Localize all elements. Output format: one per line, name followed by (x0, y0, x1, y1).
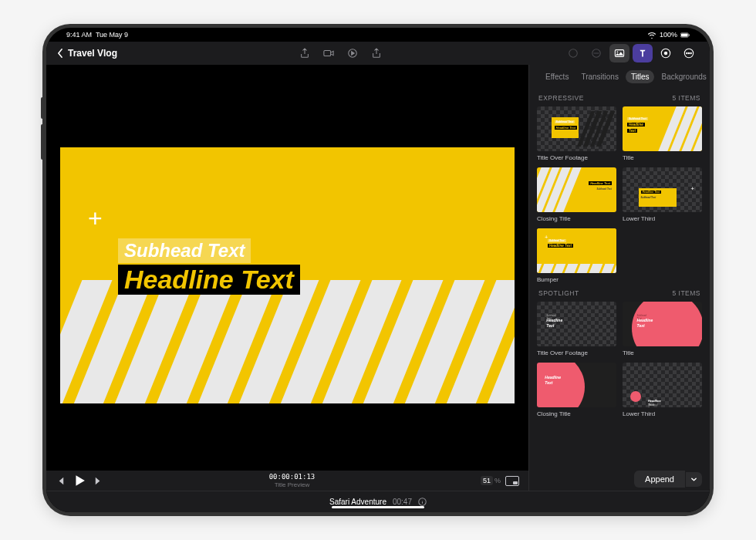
battery-icon (680, 32, 690, 39)
project-title: Travel Vlog (68, 48, 117, 59)
chevron-left-icon (57, 49, 63, 58)
zoom-control[interactable]: 51% (481, 476, 501, 485)
more-button[interactable] (679, 44, 699, 62)
panel-footer: Append (529, 467, 710, 491)
tool-button-1[interactable] (563, 44, 583, 62)
inspector-button[interactable] (656, 44, 676, 62)
section-title-expressive: EXPRESSIVE (538, 94, 584, 102)
spotlight-thumb-title-over-footage[interactable]: Subhead Text Headline Text Title Over Fo… (537, 302, 616, 356)
view-options-button[interactable] (505, 476, 519, 486)
svg-rect-2 (689, 34, 690, 36)
transport-bar: 00:00:01:13 Title Preview 51% (46, 471, 528, 491)
ipad-frame: 9:41 AM Tue May 9 100% Travel Vlog + (42, 24, 714, 516)
svg-rect-1 (681, 33, 688, 36)
section-count-spotlight: 5 Items (672, 289, 700, 297)
bottom-bar: Safari Adventure 00:47 (46, 491, 710, 512)
svg-point-8 (617, 51, 619, 52)
tab-transitions[interactable]: Transitions (575, 70, 624, 83)
headline-text[interactable]: Headline Text (118, 265, 300, 295)
screen: 9:41 AM Tue May 9 100% Travel Vlog + (46, 28, 710, 512)
timecode-display: 00:00:01:13 (269, 473, 316, 481)
title-thumb-title[interactable]: Subhead Text Headline Text Title (623, 106, 702, 161)
play-button[interactable] (73, 474, 86, 487)
svg-point-13 (688, 52, 689, 53)
canvas-area: + Subhead Text Headline Text 00:00:01:13… (46, 65, 528, 491)
camera-button[interactable] (319, 44, 339, 62)
svg-point-12 (687, 52, 687, 53)
svg-point-5 (569, 49, 578, 58)
preview-canvas[interactable]: + Subhead Text Headline Text (60, 147, 515, 403)
project-duration: 00:47 (393, 498, 412, 506)
title-thumb-closing-title[interactable]: Headline Text Subhead Text Closing Title (537, 167, 616, 222)
media-library-button[interactable] (609, 44, 629, 62)
browser-panel: Effects Transitions Titles Backgrounds E… (528, 65, 710, 491)
tool-button-2[interactable] (586, 44, 606, 62)
section-title-spotlight: SPOTLIGHT (538, 289, 579, 297)
title-thumb-lower-third[interactable]: Headline Text Subhead Text + Lower Third (623, 167, 702, 222)
stripe-graphic (60, 280, 515, 403)
main-area: + Subhead Text Headline Text 00:00:01:13… (46, 65, 710, 491)
prev-frame-button[interactable] (56, 476, 66, 486)
title-thumb-title-over-footage[interactable]: Subhead Text Headline Text Title Over Fo… (537, 106, 616, 161)
svg-rect-7 (615, 50, 623, 57)
append-dropdown[interactable] (686, 472, 702, 487)
panel-tabs: Effects Transitions Titles Backgrounds (529, 65, 710, 88)
status-time: 9:41 AM Tue May 9 (66, 31, 128, 39)
wifi-icon (647, 32, 656, 39)
plus-ornament: + (88, 206, 103, 231)
tab-effects[interactable]: Effects (540, 70, 574, 83)
share-button[interactable] (366, 44, 386, 62)
app-header: Travel Vlog (46, 42, 710, 65)
tab-backgrounds[interactable]: Backgrounds (656, 70, 710, 83)
voiceover-button[interactable] (343, 44, 363, 62)
tab-titles[interactable]: Titles (626, 70, 655, 83)
append-button[interactable]: Append (634, 471, 685, 488)
next-frame-button[interactable] (93, 476, 103, 486)
svg-rect-3 (323, 51, 330, 56)
project-name: Safari Adventure (329, 498, 386, 506)
title-thumb-bumper[interactable]: + Subhead Text Headline Text Bumper (537, 228, 616, 283)
svg-point-10 (664, 52, 667, 55)
svg-point-14 (690, 52, 691, 53)
subhead-text[interactable]: Subhead Text (118, 238, 251, 263)
section-count-expressive: 5 Items (672, 94, 700, 102)
spotlight-thumb-title[interactable]: Subhead Text Headline Text Title (623, 302, 702, 356)
spotlight-thumb-closing-title[interactable]: Headline Text Closing Title (537, 363, 616, 417)
export-button[interactable] (295, 44, 315, 62)
info-icon[interactable] (418, 498, 427, 506)
spotlight-thumb-lower-third[interactable]: Headline Text Subhead Text Lower Third (623, 363, 702, 417)
titles-browser-button[interactable] (633, 44, 653, 62)
timecode-label: Title Preview (275, 481, 310, 489)
status-bar: 9:41 AM Tue May 9 100% (46, 28, 710, 42)
home-indicator[interactable] (332, 506, 424, 509)
titles-browser[interactable]: EXPRESSIVE5 Items Subhead Text Headline … (529, 88, 710, 467)
back-button[interactable]: Travel Vlog (57, 48, 117, 59)
battery-percent: 100% (660, 31, 677, 39)
